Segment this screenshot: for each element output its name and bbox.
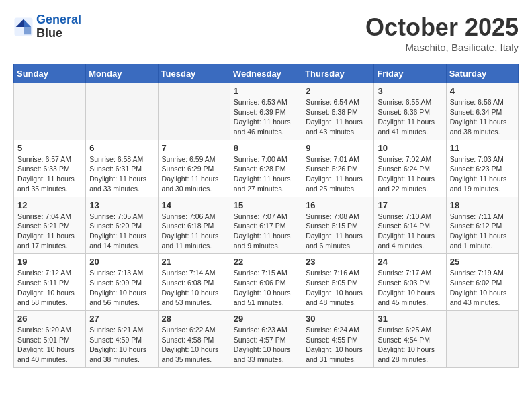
svg-marker-2	[24, 27, 31, 34]
calendar-cell: 23Sunrise: 7:16 AM Sunset: 6:05 PM Dayli…	[302, 254, 374, 311]
day-info: Sunrise: 7:11 AM Sunset: 6:12 PM Dayligh…	[450, 212, 515, 251]
calendar-cell: 11Sunrise: 7:03 AM Sunset: 6:23 PM Dayli…	[446, 140, 518, 197]
weekday-header: Monday	[86, 64, 158, 83]
month-title: October 2025	[365, 13, 519, 42]
day-info: Sunrise: 6:24 AM Sunset: 4:55 PM Dayligh…	[306, 325, 370, 365]
day-info: Sunrise: 7:19 AM Sunset: 6:02 PM Dayligh…	[450, 268, 515, 308]
day-info: Sunrise: 6:55 AM Sunset: 6:36 PM Dayligh…	[378, 97, 442, 137]
weekday-header: Wednesday	[230, 64, 302, 83]
day-info: Sunrise: 6:23 AM Sunset: 4:57 PM Dayligh…	[234, 325, 298, 365]
logo-icon	[13, 17, 34, 37]
weekday-header-row: SundayMondayTuesdayWednesdayThursdayFrid…	[14, 64, 519, 83]
day-number: 8	[234, 143, 298, 153]
day-info: Sunrise: 6:57 AM Sunset: 6:33 PM Dayligh…	[17, 154, 82, 194]
calendar-cell: 12Sunrise: 7:04 AM Sunset: 6:21 PM Dayli…	[14, 197, 86, 254]
weekday-header: Friday	[374, 64, 446, 83]
day-info: Sunrise: 7:07 AM Sunset: 6:17 PM Dayligh…	[234, 212, 298, 251]
calendar-cell	[446, 311, 518, 368]
logo-text: General Blue	[36, 13, 81, 40]
calendar-cell: 6Sunrise: 6:58 AM Sunset: 6:31 PM Daylig…	[86, 140, 158, 197]
calendar-cell: 15Sunrise: 7:07 AM Sunset: 6:17 PM Dayli…	[230, 197, 302, 254]
day-number: 11	[450, 143, 515, 153]
calendar-cell: 22Sunrise: 7:15 AM Sunset: 6:06 PM Dayli…	[230, 254, 302, 311]
calendar-cell: 21Sunrise: 7:14 AM Sunset: 6:08 PM Dayli…	[158, 254, 230, 311]
location: Maschito, Basilicate, Italy	[365, 42, 519, 53]
day-number: 9	[306, 143, 370, 153]
day-info: Sunrise: 7:03 AM Sunset: 6:23 PM Dayligh…	[450, 154, 515, 194]
logo: General Blue	[13, 13, 81, 40]
day-info: Sunrise: 7:06 AM Sunset: 6:18 PM Dayligh…	[162, 212, 226, 251]
calendar-cell: 20Sunrise: 7:13 AM Sunset: 6:09 PM Dayli…	[86, 254, 158, 311]
day-info: Sunrise: 6:22 AM Sunset: 4:58 PM Dayligh…	[162, 325, 226, 365]
calendar-cell: 18Sunrise: 7:11 AM Sunset: 6:12 PM Dayli…	[446, 197, 518, 254]
calendar-week-row: 12Sunrise: 7:04 AM Sunset: 6:21 PM Dayli…	[14, 197, 519, 254]
day-number: 4	[450, 86, 515, 96]
day-number: 30	[306, 314, 370, 324]
weekday-header: Sunday	[14, 64, 86, 83]
calendar-cell: 13Sunrise: 7:05 AM Sunset: 6:20 PM Dayli…	[86, 197, 158, 254]
calendar-week-row: 1Sunrise: 6:53 AM Sunset: 6:39 PM Daylig…	[14, 83, 519, 140]
day-number: 21	[162, 257, 226, 267]
day-number: 14	[162, 200, 226, 210]
day-info: Sunrise: 7:12 AM Sunset: 6:11 PM Dayligh…	[17, 268, 82, 308]
day-info: Sunrise: 7:16 AM Sunset: 6:05 PM Dayligh…	[306, 268, 370, 308]
calendar-table: SundayMondayTuesdayWednesdayThursdayFrid…	[13, 64, 519, 368]
calendar-cell: 5Sunrise: 6:57 AM Sunset: 6:33 PM Daylig…	[14, 140, 86, 197]
day-number: 15	[234, 200, 298, 210]
title-section: October 2025 Maschito, Basilicate, Italy	[365, 13, 519, 53]
calendar-cell	[158, 83, 230, 140]
day-number: 19	[17, 257, 82, 267]
calendar-cell: 28Sunrise: 6:22 AM Sunset: 4:58 PM Dayli…	[158, 311, 230, 368]
day-info: Sunrise: 6:53 AM Sunset: 6:39 PM Dayligh…	[234, 97, 298, 137]
day-number: 18	[450, 200, 515, 210]
calendar-cell: 7Sunrise: 6:59 AM Sunset: 6:29 PM Daylig…	[158, 140, 230, 197]
calendar-cell: 8Sunrise: 7:00 AM Sunset: 6:28 PM Daylig…	[230, 140, 302, 197]
calendar-cell: 26Sunrise: 6:20 AM Sunset: 5:01 PM Dayli…	[14, 311, 86, 368]
day-number: 24	[378, 257, 442, 267]
calendar-cell: 4Sunrise: 6:56 AM Sunset: 6:34 PM Daylig…	[446, 83, 518, 140]
calendar-week-row: 26Sunrise: 6:20 AM Sunset: 5:01 PM Dayli…	[14, 311, 519, 368]
calendar-week-row: 5Sunrise: 6:57 AM Sunset: 6:33 PM Daylig…	[14, 140, 519, 197]
day-info: Sunrise: 7:14 AM Sunset: 6:08 PM Dayligh…	[162, 268, 226, 308]
day-number: 7	[162, 143, 226, 153]
calendar-cell: 24Sunrise: 7:17 AM Sunset: 6:03 PM Dayli…	[374, 254, 446, 311]
day-number: 17	[378, 200, 442, 210]
day-info: Sunrise: 7:04 AM Sunset: 6:21 PM Dayligh…	[17, 212, 82, 251]
calendar-cell: 1Sunrise: 6:53 AM Sunset: 6:39 PM Daylig…	[230, 83, 302, 140]
day-info: Sunrise: 6:54 AM Sunset: 6:38 PM Dayligh…	[306, 97, 370, 137]
day-number: 5	[17, 143, 82, 153]
calendar-cell: 14Sunrise: 7:06 AM Sunset: 6:18 PM Dayli…	[158, 197, 230, 254]
day-info: Sunrise: 7:10 AM Sunset: 6:14 PM Dayligh…	[378, 212, 442, 251]
day-number: 26	[17, 314, 82, 324]
calendar-cell: 10Sunrise: 7:02 AM Sunset: 6:24 PM Dayli…	[374, 140, 446, 197]
calendar-cell: 9Sunrise: 7:01 AM Sunset: 6:26 PM Daylig…	[302, 140, 374, 197]
day-number: 29	[234, 314, 298, 324]
day-info: Sunrise: 7:15 AM Sunset: 6:06 PM Dayligh…	[234, 268, 298, 308]
day-number: 13	[89, 200, 154, 210]
calendar-cell	[14, 83, 86, 140]
calendar-cell: 31Sunrise: 6:25 AM Sunset: 4:54 PM Dayli…	[374, 311, 446, 368]
weekday-header: Saturday	[446, 64, 518, 83]
page-header: General Blue October 2025 Maschito, Basi…	[13, 13, 519, 53]
calendar-cell	[86, 83, 158, 140]
calendar-week-row: 19Sunrise: 7:12 AM Sunset: 6:11 PM Dayli…	[14, 254, 519, 311]
day-number: 16	[306, 200, 370, 210]
day-number: 22	[234, 257, 298, 267]
day-info: Sunrise: 7:00 AM Sunset: 6:28 PM Dayligh…	[234, 154, 298, 194]
day-info: Sunrise: 6:56 AM Sunset: 6:34 PM Dayligh…	[450, 97, 515, 137]
calendar-cell: 2Sunrise: 6:54 AM Sunset: 6:38 PM Daylig…	[302, 83, 374, 140]
day-info: Sunrise: 6:59 AM Sunset: 6:29 PM Dayligh…	[162, 154, 226, 194]
day-info: Sunrise: 6:20 AM Sunset: 5:01 PM Dayligh…	[17, 325, 82, 365]
day-number: 20	[89, 257, 154, 267]
calendar-cell: 27Sunrise: 6:21 AM Sunset: 4:59 PM Dayli…	[86, 311, 158, 368]
day-info: Sunrise: 7:01 AM Sunset: 6:26 PM Dayligh…	[306, 154, 370, 194]
day-info: Sunrise: 7:08 AM Sunset: 6:15 PM Dayligh…	[306, 212, 370, 251]
day-info: Sunrise: 6:21 AM Sunset: 4:59 PM Dayligh…	[89, 325, 154, 365]
weekday-header: Tuesday	[158, 64, 230, 83]
calendar-cell: 29Sunrise: 6:23 AM Sunset: 4:57 PM Dayli…	[230, 311, 302, 368]
day-info: Sunrise: 7:02 AM Sunset: 6:24 PM Dayligh…	[378, 154, 442, 194]
calendar-cell: 19Sunrise: 7:12 AM Sunset: 6:11 PM Dayli…	[14, 254, 86, 311]
calendar-cell: 3Sunrise: 6:55 AM Sunset: 6:36 PM Daylig…	[374, 83, 446, 140]
calendar-cell: 16Sunrise: 7:08 AM Sunset: 6:15 PM Dayli…	[302, 197, 374, 254]
day-number: 10	[378, 143, 442, 153]
